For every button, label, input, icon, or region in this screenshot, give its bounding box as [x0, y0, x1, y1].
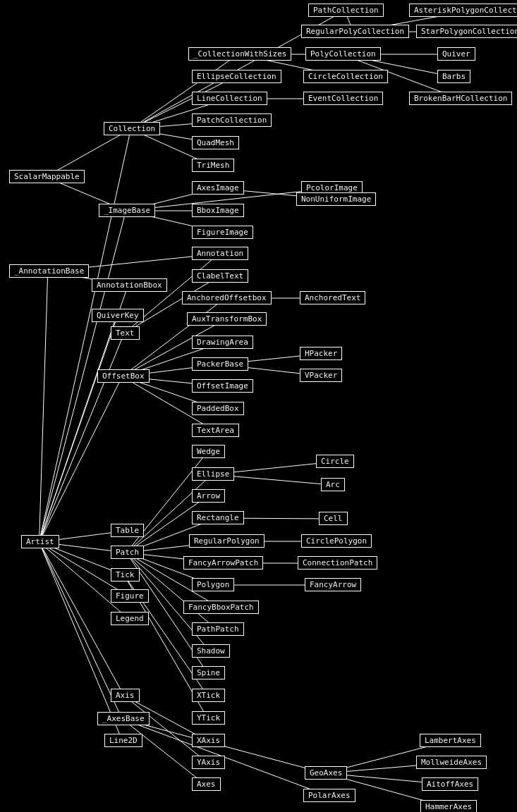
svg-line-54: [122, 719, 205, 785]
class-node-auxtransformbox: AuxTransformBox: [187, 312, 267, 326]
svg-line-66: [39, 316, 117, 542]
class-node-regularpolygon: RegularPolygon: [189, 534, 264, 548]
class-node-axes: Axes: [192, 777, 221, 791]
class-node-line2d: Line2D: [104, 734, 142, 747]
class-node-cell: Cell: [319, 512, 348, 525]
class-node-_imagebase: _ImageBase: [99, 204, 155, 217]
class-node-pathcollection: PathCollection: [308, 4, 384, 17]
class-node-ytick: YTick: [192, 711, 225, 725]
class-node-polycollection: PolyCollection: [305, 47, 381, 61]
class-node-anchoredtext: AnchoredText: [300, 291, 365, 304]
class-node-xaxis: XAxis: [192, 734, 225, 747]
class-node-text: Text: [111, 326, 140, 340]
svg-line-74: [39, 542, 123, 719]
class-node-arrow: Arrow: [192, 489, 225, 503]
class-node-_annotationbase: _AnnotationBase: [9, 264, 89, 278]
svg-line-64: [39, 285, 128, 542]
class-node-brokenbarhcollection: BrokenBarHCollection: [409, 92, 512, 105]
class-node-annotationbbox: AnnotationBbox: [92, 278, 167, 292]
class-node-starpolygoncollection: StarPolygonCollection: [416, 25, 517, 38]
class-node-asteriskpolygoncollection: AsteriskPolygonCollection: [409, 4, 517, 17]
class-node-fancybboxpatch: FancyBboxPatch: [183, 601, 259, 614]
class-node-bboximage: BboxImage: [192, 204, 244, 217]
class-node-polygon: Polygon: [192, 578, 234, 591]
class-node-circlepolygon: CirclePolygon: [301, 534, 372, 548]
class-node-quadmesh: QuadMesh: [192, 136, 239, 149]
class-node-xtick: XTick: [192, 689, 225, 702]
class-node-rectangle: Rectangle: [192, 511, 244, 524]
class-node-textarea: TextArea: [192, 424, 239, 437]
class-node-_collectionwithsizes: _CollectionWithSizes: [188, 47, 291, 61]
svg-line-75: [39, 542, 123, 741]
class-node-shadow: Shadow: [192, 644, 230, 658]
class-node-polaraxes: PolarAxes: [303, 789, 355, 802]
class-node-nonuniformimage: NonUniformImage: [296, 192, 376, 206]
svg-line-53: [124, 696, 207, 763]
class-node-connectionpatch: ConnectionPatch: [298, 556, 377, 570]
class-node-anchoredoffsetbox: AnchoredOffsetbox: [182, 291, 272, 304]
class-node-drawingarea: DrawingArea: [192, 336, 253, 349]
class-node-patchcollection: PatchCollection: [192, 113, 272, 127]
class-node-aitoffaxes: AitoffAxes: [422, 777, 478, 791]
class-node-vpacker: VPacker: [300, 369, 342, 382]
svg-line-56: [122, 719, 328, 796]
class-node-clabeltext: ClabelText: [192, 269, 248, 283]
class-node-packerbase: PackerBase: [192, 357, 248, 371]
class-node-linecollection: LineCollection: [192, 92, 267, 105]
class-node-collection: Collection: [104, 122, 160, 135]
class-node-figure: Figure: [111, 589, 149, 603]
class-node-arc: Arc: [321, 478, 345, 491]
class-node-circle: Circle: [316, 455, 354, 468]
class-node-hpacker: HPacker: [300, 347, 342, 360]
class-node-axis: Axis: [111, 689, 140, 702]
class-node-fancyarrow: FancyArrow: [305, 578, 361, 591]
class-node-fancyarrowpatch: FancyArrowPatch: [183, 556, 263, 570]
class-node-trimesh: TriMesh: [192, 159, 234, 172]
class-node-_axesbase: _AxesBase: [97, 712, 150, 725]
class-node-circlecollection: CircleCollection: [303, 70, 388, 83]
class-node-tick: Tick: [111, 568, 140, 582]
class-node-patch: Patch: [111, 546, 144, 559]
svg-line-67: [39, 376, 123, 542]
class-node-paddedbox: PaddedBox: [192, 402, 244, 415]
class-node-ellipsecollection: EllipseCollection: [192, 70, 281, 83]
class-node-eventcollection: EventCollection: [303, 92, 383, 105]
class-node-pathpatch: PathPatch: [192, 622, 244, 636]
svg-line-78: [39, 271, 48, 542]
class-node-wedge: Wedge: [192, 445, 225, 458]
class-node-offsetimage: OffsetImage: [192, 379, 253, 393]
class-node-mollweideaxes: MollweideAxes: [416, 756, 487, 769]
class-node-quiver: Quiver: [437, 47, 475, 61]
svg-line-63: [39, 333, 125, 542]
class-node-regularpolycollection: RegularPolyCollection: [301, 25, 409, 38]
class-node-geoaxes: GeoAxes: [305, 766, 347, 780]
class-node-hammeraxes: HammerAxes: [420, 800, 477, 812]
class-node-scalarmappable: ScalarMappable: [9, 170, 85, 183]
class-node-legend: Legend: [111, 612, 149, 625]
class-node-spine: Spine: [192, 666, 225, 679]
class-node-barbs: Barbs: [437, 70, 470, 83]
class-node-artist: Artist: [21, 535, 59, 548]
class-node-table: Table: [111, 524, 144, 537]
class-node-axesimage: AxesImage: [192, 181, 244, 195]
class-node-annotation: Annotation: [192, 247, 248, 260]
class-node-yaxis: YAxis: [192, 756, 225, 769]
class-node-offsetbox: OffsetBox: [97, 369, 150, 383]
class-node-ellipse: Ellipse: [192, 467, 234, 481]
class-node-figureimage: FigureImage: [192, 226, 253, 239]
class-node-lambertaxes: LambertAxes: [420, 734, 481, 747]
class-node-quiverkey: QuiverKey: [92, 309, 144, 322]
